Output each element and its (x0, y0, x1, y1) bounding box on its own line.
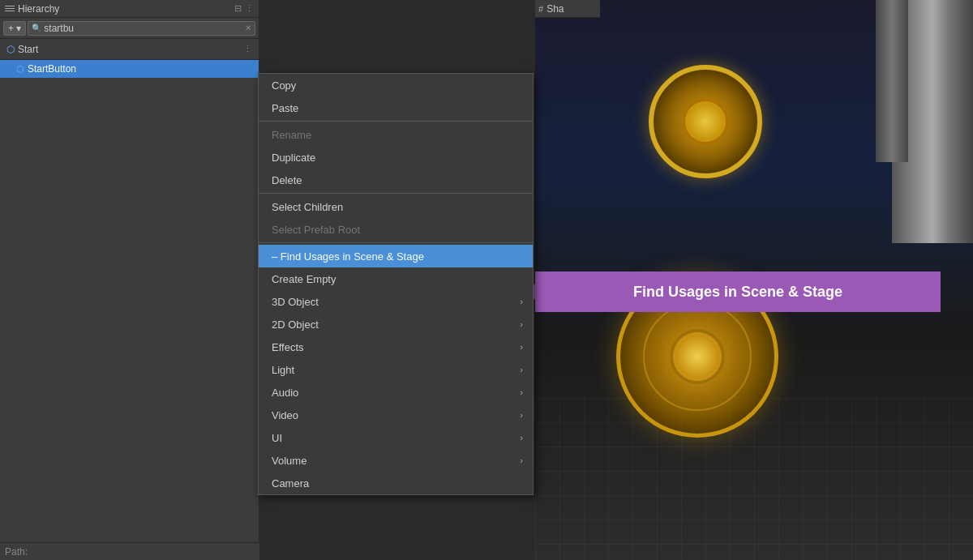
menu-label-video: Video (272, 409, 298, 421)
menu-item-paste[interactable]: Paste (259, 96, 533, 119)
hierarchy-panel: Hierarchy ⊟ ⋮ + ▾ 🔍 startbu ✕ ⬡ Start ⋮ … (0, 0, 259, 560)
menu-item-select-prefab-root: Select Prefab Root (259, 218, 533, 241)
scene-name: Start (18, 44, 240, 55)
menu-item-select-children[interactable]: Select Children (259, 195, 533, 218)
arrow-2d-object: › (520, 319, 523, 329)
menu-label-select-children: Select Children (272, 201, 343, 213)
path-label: Path: (5, 546, 28, 558)
menu-label-audio: Audio (272, 387, 298, 399)
hierarchy-titlebar: Hierarchy ⊟ ⋮ (0, 0, 259, 18)
lock-icon: ⊟ (234, 3, 242, 14)
menu-label-create-empty: Create Empty (272, 273, 336, 285)
add-button[interactable]: + ▾ (3, 21, 26, 36)
menu-label-rename: Rename (272, 129, 311, 141)
menu-label-effects: Effects (272, 341, 304, 353)
clear-search-button[interactable]: ✕ (245, 24, 251, 32)
search-input[interactable]: startbu (44, 23, 242, 34)
scene-header: ⬡ Start ⋮ (0, 39, 259, 60)
arrow-effects: › (520, 342, 523, 352)
scene-icon: ⬡ (6, 44, 15, 55)
menu-item-video[interactable]: Video › (259, 404, 533, 426)
hierarchy-toolbar: + ▾ 🔍 startbu ✕ (0, 18, 259, 39)
menu-label-duplicate: Duplicate (272, 152, 315, 164)
callout-tooltip: Find Usages in Scene & Stage (535, 271, 941, 312)
menu-item-volume[interactable]: Volume › (259, 449, 533, 472)
gameobject-icon: ⬡ (16, 64, 24, 75)
menu-label-camera: Camera (272, 477, 309, 489)
arrow-3d-object: › (520, 297, 523, 306)
menu-label-ui: UI (272, 432, 282, 444)
menu-item-copy[interactable]: Copy (259, 74, 533, 96)
menu-item-effects[interactable]: Effects › (259, 336, 533, 358)
menu-item-rename: Rename (259, 123, 533, 146)
menu-label-2d-object: 2D Object (272, 318, 319, 331)
menu-label-delete: Delete (272, 174, 302, 186)
arrow-volume: › (520, 455, 523, 465)
callout-text: Find Usages in Scene & Stage (535, 284, 941, 301)
menu-item-2d-object[interactable]: 2D Object › (259, 313, 533, 336)
arrow-audio: › (520, 387, 523, 397)
menu-separator-3 (259, 242, 533, 243)
hamburger-icon[interactable] (5, 6, 15, 11)
menu-item-find-usages[interactable]: – Find Usages in Scene & Stage (259, 245, 533, 267)
menu-item-3d-object[interactable]: 3D Object › (259, 290, 533, 313)
menu-item-light[interactable]: Light › (259, 358, 533, 381)
more-icon-title[interactable]: ⋮ (245, 3, 254, 14)
menu-label-light: Light (272, 364, 294, 376)
hierarchy-title: Hierarchy (18, 3, 231, 15)
menu-label-copy: Copy (272, 79, 296, 92)
menu-item-camera[interactable]: Camera (259, 472, 533, 494)
search-bar: 🔍 startbu ✕ (28, 21, 255, 36)
arrow-ui: › (520, 433, 523, 442)
menu-item-ui[interactable]: UI › (259, 426, 533, 449)
hierarchy-item-startbutton[interactable]: ⬡ StartButton (0, 60, 259, 78)
shader-title: Sha (547, 3, 564, 15)
context-menu: Copy Paste Rename Duplicate Delete Selec… (258, 73, 534, 495)
gear-large (649, 65, 762, 178)
machine-top (600, 16, 762, 243)
path-bar: Path: (0, 542, 259, 560)
menu-label-3d-object: 3D Object (272, 296, 319, 308)
arrow-video: › (520, 410, 523, 420)
add-button-label: + ▾ (8, 23, 21, 34)
svg-rect-0 (535, 398, 973, 560)
scene-more-button[interactable]: ⋮ (243, 44, 252, 54)
menu-label-volume: Volume (272, 455, 306, 467)
menu-item-duplicate[interactable]: Duplicate (259, 146, 533, 169)
menu-item-audio[interactable]: Audio › (259, 381, 533, 404)
menu-separator-1 (259, 121, 533, 122)
menu-label-paste: Paste (272, 102, 298, 114)
menu-item-create-empty[interactable]: Create Empty (259, 267, 533, 290)
menu-label-find-usages: – Find Usages in Scene & Stage (272, 250, 424, 263)
menu-separator-2 (259, 193, 533, 194)
shader-panel-header: # Sha (535, 0, 600, 18)
item-label-startbutton: StartButton (28, 63, 76, 75)
arrow-light: › (520, 365, 523, 374)
menu-label-select-prefab-root: Select Prefab Root (272, 224, 360, 236)
metal-frame-2 (876, 0, 908, 162)
search-icon: 🔍 (32, 24, 41, 32)
menu-item-delete[interactable]: Delete (259, 169, 533, 191)
